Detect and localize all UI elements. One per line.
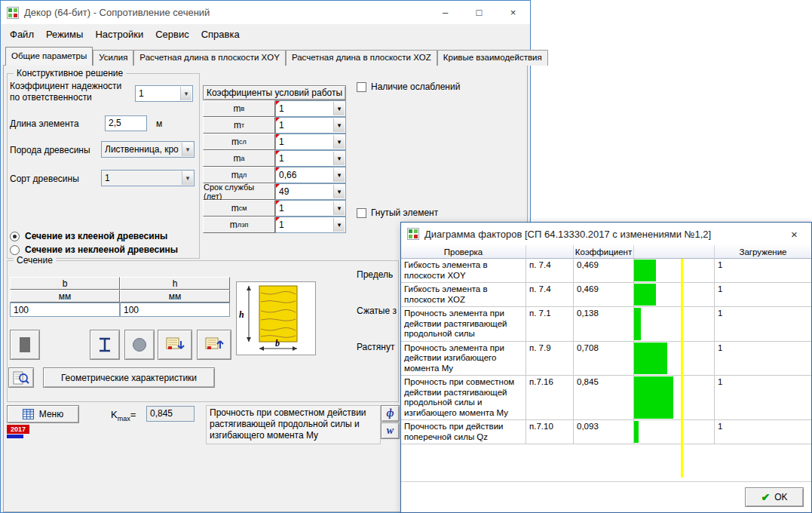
tab-forces[interactable]: Усилия bbox=[93, 50, 133, 66]
tab-length-xoy[interactable]: Расчетная длина в плоскости XOY bbox=[133, 50, 286, 66]
load-section-button[interactable] bbox=[197, 330, 231, 360]
menu-item-help[interactable]: Справка bbox=[195, 24, 246, 45]
coef-combo[interactable]: 0,66▾ bbox=[275, 167, 346, 183]
menu-item-file[interactable]: Файл bbox=[4, 24, 40, 45]
coef-combo[interactable]: 1▾ bbox=[275, 134, 346, 150]
table-row[interactable]: Гибкость элемента в плоскости XOZ п. 7.4… bbox=[401, 283, 811, 307]
load-cell: 1 bbox=[715, 420, 811, 444]
load-cell: 1 bbox=[715, 283, 811, 307]
window-title: Декор (64-бит) - Сопротивление сечений bbox=[24, 7, 210, 18]
kmax-value-field: 0,845 bbox=[146, 406, 195, 422]
radio-box[interactable] bbox=[10, 232, 20, 241]
chevron-down-icon[interactable]: ▾ bbox=[333, 201, 345, 215]
table-row[interactable]: Гибкость элемента в плоскости XOY п. 7.4… bbox=[401, 259, 811, 283]
chevron-down-icon[interactable]: ▾ bbox=[333, 118, 345, 132]
shape-ibeam-button[interactable] bbox=[90, 330, 120, 360]
close-button[interactable]: × bbox=[496, 1, 530, 24]
width-input[interactable]: 100 bbox=[10, 303, 120, 317]
menu-item-service[interactable]: Сервис bbox=[149, 24, 195, 45]
check-cell: Гибкость элемента в плоскости XOY bbox=[401, 259, 526, 283]
table-row[interactable]: Прочность элемента при действии растягив… bbox=[401, 307, 811, 342]
ref-cell: п. 7.1 bbox=[526, 307, 574, 342]
geometry-button[interactable]: Геометрические характеристики bbox=[43, 367, 215, 388]
dialog-close-button[interactable]: × bbox=[777, 223, 811, 245]
chevron-down-icon[interactable]: ▾ bbox=[333, 152, 345, 165]
chevron-down-icon[interactable]: ▾ bbox=[333, 168, 345, 182]
checkbox-box[interactable] bbox=[357, 82, 366, 92]
coef-label: mсм bbox=[203, 200, 275, 217]
menu-grid-icon bbox=[23, 409, 34, 419]
coef-value: 1 bbox=[279, 153, 284, 164]
required-mark bbox=[276, 151, 280, 155]
check-cell: Прочность при действии поперечной силы Q… bbox=[401, 420, 526, 444]
minimize-button[interactable]: – bbox=[428, 1, 462, 24]
coef-row-ma: mа 1▾ bbox=[203, 150, 346, 167]
coef-combo[interactable]: 1▾ bbox=[275, 150, 346, 167]
table-row[interactable]: Прочность элемента при действии изгибающ… bbox=[401, 342, 811, 376]
coef-value: 1 bbox=[279, 220, 284, 230]
chevron-down-icon[interactable]: ▾ bbox=[333, 135, 345, 149]
section-preview: h b bbox=[236, 281, 316, 355]
grade-combo[interactable]: 1 ▾ bbox=[101, 170, 195, 186]
chevron-down-icon[interactable]: ▾ bbox=[333, 218, 345, 232]
coeff-cell: 0,708 bbox=[574, 342, 634, 376]
work-factors-header-button[interactable]: Коэффициенты условий работы bbox=[203, 85, 346, 100]
radio-label: Сечение из неклееной древесины bbox=[25, 244, 178, 255]
bar-cell bbox=[634, 307, 715, 342]
load-cell: 1 bbox=[715, 376, 811, 420]
save-section-button[interactable] bbox=[158, 330, 192, 360]
menu-item-settings[interactable]: Настройки bbox=[89, 24, 149, 45]
chevron-down-icon[interactable]: ▾ bbox=[180, 87, 192, 100]
coef-sub: т bbox=[241, 121, 244, 129]
tab-general-parameters[interactable]: Общие параметры bbox=[5, 47, 93, 66]
main-titlebar[interactable]: Декор (64-бит) - Сопротивление сечений –… bbox=[1, 1, 530, 24]
col-header-b: b bbox=[10, 277, 120, 290]
table-row[interactable]: Прочность при совместном действии растяг… bbox=[401, 376, 811, 420]
checkbox-box[interactable] bbox=[357, 208, 366, 218]
ok-button[interactable]: ✔ OK bbox=[745, 487, 804, 507]
coef-sub: а bbox=[241, 155, 244, 162]
coef-combo[interactable]: 1▾ bbox=[275, 217, 346, 233]
shape-circle-button[interactable] bbox=[124, 330, 155, 360]
height-input[interactable]: 100 bbox=[120, 303, 230, 317]
coef-value: 1 bbox=[279, 120, 284, 131]
coef-combo[interactable]: 1▾ bbox=[275, 117, 346, 134]
species-combo[interactable]: Лиственница, кро ▾ bbox=[101, 141, 195, 158]
coef-combo[interactable]: 1▾ bbox=[275, 200, 346, 217]
coef-label: mдл bbox=[203, 167, 275, 183]
checkbox-weakening[interactable]: Наличие ослаблений bbox=[357, 81, 460, 92]
dialog-titlebar[interactable]: Диаграмма факторов [СП 64.13330.2017 с и… bbox=[401, 223, 811, 245]
bar-cell bbox=[634, 283, 715, 307]
coef-value: 1 bbox=[279, 103, 284, 114]
radio-glued-section[interactable]: Сечение из клееной древесины bbox=[10, 231, 167, 241]
table-row[interactable]: Прочность при действии поперечной силы Q… bbox=[401, 420, 811, 444]
tab-interaction-curves[interactable]: Кривые взаимодействия bbox=[437, 50, 548, 66]
ref-cell: п.7.10 bbox=[526, 420, 574, 444]
factor-bar bbox=[634, 308, 641, 340]
chevron-down-icon[interactable]: ▾ bbox=[182, 171, 193, 185]
grade-label: Сорт древесины bbox=[10, 174, 79, 185]
chevron-down-icon[interactable]: ▾ bbox=[333, 102, 345, 115]
tab-length-xoz[interactable]: Расчетная длина в плоскости XOZ bbox=[286, 50, 437, 66]
radio-nonglued-section[interactable]: Сечение из неклееной древесины bbox=[10, 244, 178, 255]
header-ref bbox=[526, 245, 574, 259]
w-button[interactable]: w bbox=[381, 422, 400, 439]
maximize-button[interactable]: □ bbox=[462, 1, 496, 24]
menu-button[interactable]: Меню bbox=[7, 405, 79, 423]
reliability-combo[interactable]: 1 ▾ bbox=[135, 85, 193, 102]
checkbox-bent-element[interactable]: Гнутый элемент bbox=[357, 207, 438, 218]
chevron-down-icon[interactable]: ▾ bbox=[182, 143, 193, 156]
coef-combo[interactable]: 1▾ bbox=[275, 100, 346, 117]
shape-rectangle-button[interactable] bbox=[10, 330, 40, 360]
menu-item-modes[interactable]: Режимы bbox=[40, 24, 89, 45]
chevron-down-icon[interactable]: ▾ bbox=[333, 185, 345, 198]
coef-combo[interactable]: 49▾ bbox=[275, 183, 346, 200]
view-section-button[interactable] bbox=[8, 367, 34, 388]
length-input[interactable]: 2,5 bbox=[105, 115, 147, 131]
phi-button[interactable]: ф bbox=[381, 405, 400, 422]
ref-cell: п. 7.4 bbox=[526, 283, 574, 307]
coef-row-msm: mсм 1▾ bbox=[203, 200, 346, 217]
species-label: Порода древесины bbox=[10, 145, 90, 156]
radio-box[interactable] bbox=[10, 245, 20, 255]
table-header-row: Проверка Коэффициент Загружение bbox=[401, 245, 811, 259]
